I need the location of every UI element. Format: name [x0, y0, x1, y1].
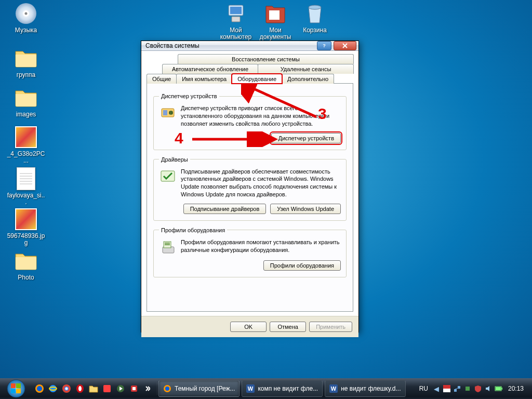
ok-button[interactable]: OK — [230, 322, 267, 332]
tray-shield-icon[interactable] — [474, 384, 482, 393]
firefox-icon — [163, 384, 171, 393]
desktop-icon-images[interactable]: images — [6, 85, 46, 118]
tray-network-icon[interactable] — [453, 384, 461, 393]
tray-battery-icon[interactable] — [495, 384, 503, 393]
svg-rect-35 — [103, 385, 111, 392]
taskbar-task-0[interactable]: Темный город [Реж... — [158, 380, 240, 397]
tray-chevron-icon[interactable]: ◀ — [432, 384, 441, 393]
ql-chrome-icon[interactable] — [60, 382, 73, 395]
desktop-icon-моидокументы[interactable]: Мои документы — [256, 1, 295, 41]
tab-system-restore[interactable]: Восстановление системы — [178, 54, 354, 64]
system-tray: RU ◀ 20:13 — [414, 384, 530, 393]
tray-usb-icon[interactable] — [463, 384, 472, 393]
language-indicator[interactable]: RU — [417, 385, 430, 392]
svg-point-27 — [37, 386, 42, 391]
svg-rect-5 — [232, 17, 240, 22]
clock[interactable]: 20:13 — [505, 385, 527, 392]
desktop-icon-label: _4_G38o2PC... — [6, 151, 46, 164]
desktop-icon-мойкомпьютер[interactable]: Мой компьютер — [216, 1, 256, 41]
svg-rect-18 — [165, 244, 170, 245]
device-manager-icon — [159, 104, 177, 128]
desktop-icon-label: группа — [6, 72, 46, 78]
tab-computer-name[interactable]: Имя компьютера — [176, 74, 232, 84]
start-button[interactable] — [2, 378, 30, 399]
drivers-group: Драйверы Подписывание драйверов обеспечи… — [153, 156, 347, 221]
ql-firefox-icon[interactable] — [33, 382, 46, 395]
desktop-icon-корзина[interactable]: Корзина — [295, 1, 335, 34]
ql-cleaner-icon[interactable] — [128, 382, 140, 395]
taskbar-task-2[interactable]: Wне видит флешку.d... — [325, 380, 405, 397]
tab-general[interactable]: Общие — [147, 74, 177, 84]
dialog-titlebar[interactable]: Свойства системы ? — [141, 41, 358, 51]
svg-rect-17 — [165, 243, 170, 244]
drivers-legend: Драйверы — [159, 156, 190, 163]
svg-point-7 — [309, 5, 321, 9]
tab-panel-hardware: Диспетчер устройств Диспетчер устройств … — [147, 83, 353, 312]
close-button[interactable] — [334, 41, 356, 50]
svg-rect-13 — [171, 111, 172, 114]
svg-rect-48 — [466, 387, 470, 391]
svg-rect-6 — [269, 10, 280, 20]
svg-rect-24 — [11, 389, 16, 393]
tab-auto-updates[interactable]: Автоматическое обновление — [162, 64, 258, 74]
desktop-icon-4g38o2pc[interactable]: _4_G38o2PC... — [6, 125, 46, 164]
desktop-icon-label: Мой компьютер — [216, 27, 256, 41]
cd-icon — [14, 1, 38, 26]
svg-rect-12 — [169, 111, 170, 114]
hw-profiles-text: Профили оборудования помогают устанавлив… — [181, 238, 341, 255]
desktop-icon-label: Мои документы — [256, 27, 295, 41]
drivers-text: Подписывание драйверов обеспечивает совм… — [181, 168, 341, 198]
apply-button[interactable]: Применить — [309, 322, 352, 332]
windows-update-button[interactable]: Узел Windows Update — [270, 204, 341, 214]
ql-chevron-icon[interactable] — [141, 382, 154, 395]
system-properties-dialog: Свойства системы ? Восстановление систем… — [141, 41, 359, 332]
svg-text:W: W — [331, 385, 337, 392]
desktop-icon-label: Музыка — [6, 27, 46, 34]
word-icon: W — [329, 384, 338, 393]
svg-rect-4 — [230, 7, 242, 14]
driver-signing-button[interactable]: Подписывание драйверов — [183, 204, 267, 214]
desktop-icon-музыка[interactable]: Музыка — [6, 1, 46, 34]
tray-flag-icon[interactable] — [443, 384, 451, 393]
tab-remote-sessions[interactable]: Удаленные сеансы — [258, 64, 354, 74]
thumb-icon — [14, 125, 38, 150]
desktop-icon-photo[interactable]: Photo — [6, 248, 46, 281]
ql-folder-icon[interactable] — [87, 382, 100, 395]
svg-point-2 — [25, 12, 28, 15]
hw-profiles-icon — [159, 238, 177, 255]
device-manager-legend: Диспетчер устройств — [159, 93, 219, 99]
svg-rect-10 — [163, 110, 167, 115]
svg-rect-45 — [443, 389, 450, 392]
taskbar-task-1[interactable]: Wкомп не видит фле... — [242, 380, 323, 397]
task-label: Темный город [Реж... — [175, 385, 235, 392]
desktop-icon-label: Корзина — [295, 27, 335, 34]
svg-point-34 — [78, 386, 82, 391]
tray-volume-icon[interactable] — [484, 384, 493, 393]
svg-rect-46 — [454, 389, 457, 392]
device-manager-button[interactable]: Диспетчер устройств — [271, 133, 341, 143]
svg-rect-23 — [16, 383, 21, 388]
task-label: не видит флешку.d... — [341, 385, 401, 392]
tab-advanced[interactable]: Дополнительно — [282, 74, 334, 84]
dialog-footer: OK Отмена Применить — [141, 316, 358, 337]
quick-launch — [30, 382, 157, 395]
help-button[interactable]: ? — [317, 41, 331, 50]
svg-text:?: ? — [323, 43, 326, 48]
desktop-icon-группа[interactable]: группа — [6, 46, 46, 78]
thumb-icon — [14, 207, 38, 232]
word-icon: W — [246, 384, 255, 393]
svg-rect-50 — [496, 387, 501, 390]
docs-icon — [263, 1, 288, 26]
tab-hardware[interactable]: Оборудование — [232, 74, 282, 84]
ql-opera-icon[interactable] — [74, 382, 86, 395]
ql-ie-icon[interactable] — [47, 382, 59, 395]
cancel-button[interactable]: Отмена — [270, 322, 306, 332]
svg-text:W: W — [248, 385, 254, 392]
desktop-icon-faylovayasi[interactable]: faylovaya_si... — [6, 166, 46, 206]
desktop-icon-596748936jpg[interactable]: 596748936.jpg — [6, 207, 46, 246]
hw-profiles-button[interactable]: Профили оборудования — [263, 260, 341, 271]
bin-icon — [302, 1, 327, 26]
ql-media-icon[interactable] — [114, 382, 127, 395]
svg-point-39 — [165, 387, 169, 391]
ql-app-icon[interactable] — [101, 382, 113, 395]
